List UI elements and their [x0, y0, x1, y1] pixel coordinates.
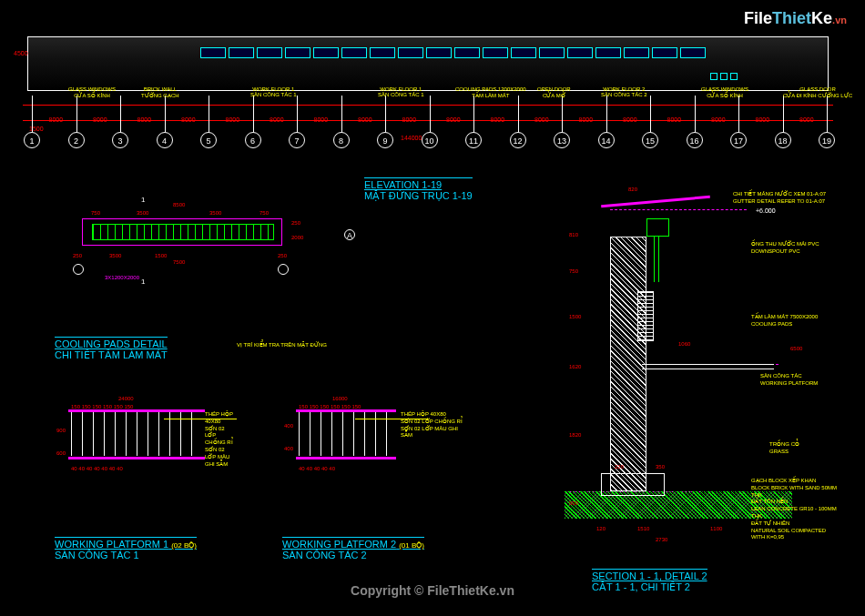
- cooling-pads-strip: [92, 224, 274, 240]
- grid-bubble-16: 16: [687, 132, 703, 148]
- sec-right-total: 6500: [790, 346, 802, 351]
- cooling-title: COOLING PADS DETAIL CHI TIẾT TẤM LÀM MÁT: [55, 337, 168, 361]
- level-top: +6.000: [756, 207, 776, 214]
- p1-note3: SƠN 02 LỚP MÀU GHI SẪM: [205, 447, 229, 467]
- section-title: SECTION 1 - 1, DETAIL 2 CẮT 1 - 1, CHI T…: [592, 569, 707, 593]
- sec-h2: 1510: [637, 526, 649, 531]
- p1-note1: THÉP HỘP 40X80: [205, 411, 233, 424]
- note-cool: TẤM LÀM MÁT 7500X2000COOLING PADS: [751, 314, 818, 328]
- grid-bubble-4: 4: [157, 132, 173, 148]
- plat2-title-en: WORKING PLATFORM 2 (01 BỘ): [282, 537, 424, 550]
- bay-dim-6: 8000: [270, 116, 284, 123]
- p1-gap: 600: [56, 450, 66, 456]
- bay-dim-14: 8000: [623, 116, 637, 123]
- p1-vmarks: 150 150 150 150 150 150: [71, 404, 133, 409]
- elev-callout-4: COOLING PADS 1200X2000TẤM LÀM MÁT: [455, 86, 526, 98]
- bay-dim-12: 8000: [534, 116, 549, 123]
- grid-tick-1: [32, 96, 33, 132]
- grid-bubble-6: 6: [245, 132, 261, 148]
- elevation-title: ELEVATION 1-19 MẶT ĐỨNG TRỤC 1-19: [364, 177, 473, 202]
- cp-size: 3X1200X2000: [105, 275, 139, 280]
- cp-d4: 750: [260, 210, 269, 216]
- footing: [601, 473, 665, 496]
- bay-dim-11: 8000: [491, 116, 505, 123]
- grid-bubble-19: 19: [819, 132, 835, 148]
- plat1-title-vn: SÀN CÔNG TÁC 1: [55, 550, 197, 560]
- sec-v4: 1620: [569, 364, 581, 369]
- plat1-note: THÉP HỘP 40X80 SƠN 02 LỚP CHỐNG RỈ SƠN 0…: [205, 411, 237, 468]
- grid-tick-7: [297, 96, 298, 132]
- section-title-vn: CẮT 1 - 1, CHI TIẾT 2: [592, 581, 707, 593]
- elevation-title-en: ELEVATION 1-19: [364, 177, 473, 190]
- grid-tick-12: [518, 96, 519, 132]
- note-brick: GẠCH BLOCK XẾP KHAN BLOCK BRICK WITH SAN…: [751, 478, 838, 541]
- clerestory-windows: [200, 47, 706, 58]
- grid-bubble-13: 13: [554, 132, 570, 148]
- section-mark-bot: 1: [141, 278, 145, 286]
- column-circle-right: [278, 264, 289, 275]
- sec-v6: 500: [569, 500, 578, 506]
- p2-vmarks: 150 150 150 150 150 150: [299, 404, 361, 409]
- bay-dim-18: 8000: [799, 116, 814, 123]
- elev-callout-7: GLASS WINDOWSCỬA SỔ KÍNH: [701, 86, 748, 98]
- grid-tick-10: [430, 96, 431, 132]
- grid-bubble-10: 10: [422, 132, 438, 148]
- p2-note3: SƠN 02 LỚP MÀU GHI SẪM: [401, 426, 458, 439]
- dim-line-grid: [23, 105, 833, 106]
- grid-tick-3: [120, 96, 121, 132]
- bay-dim-15: 8000: [667, 116, 682, 123]
- grid-tick-8: [341, 96, 342, 132]
- working-platform-1: THÉP HỘP 40X80 SƠN 02 LỚP CHỐNG RỈ SƠN 0…: [55, 391, 237, 500]
- cooling-location-note: VỊ TRÍ KIỂM TRA TRÊN MẶT ĐỨNG: [237, 341, 327, 348]
- grid-bubble-11: 11: [465, 132, 482, 148]
- sec-top-dim: 820: [628, 187, 637, 192]
- section-title-en: SECTION 1 - 1, DETAIL 2: [592, 569, 707, 581]
- grid-tick-18: [783, 96, 784, 132]
- grid-a-bubble: A: [344, 229, 355, 240]
- elev-callout-2: WORK FLOOR 1SÀN CÔNG TÁC 1: [250, 86, 297, 97]
- bay-dim-13: 8000: [579, 116, 594, 123]
- elev-height-dim: 4500: [14, 50, 28, 56]
- p1-width: 24000: [118, 396, 134, 401]
- elev-callout-0: GLASS WINDOWSCỬA SỔ KÍNH: [68, 86, 116, 98]
- elevation-title-vn: MẶT ĐỨNG TRỤC 1-19: [364, 190, 473, 202]
- working-platform-2: THÉP HỘP 40X80 SƠN 02 LỚP CHỐNG RỈ SƠN 0…: [282, 391, 464, 500]
- sec-side: 1060: [678, 341, 690, 347]
- bay-dim-5: 8000: [226, 116, 240, 123]
- p2-hmarks: 40 40 40 40 40: [299, 466, 335, 471]
- cp-h1: 250: [291, 220, 300, 226]
- p2-note2: SƠN 02 LỚP CHỐNG RỈ: [401, 419, 463, 424]
- cp-h2: 2000: [291, 235, 303, 240]
- sec-v1: 810: [569, 232, 578, 237]
- grid-bubble-8: 8: [333, 132, 350, 148]
- plat2-title-vn: SÀN CÔNG TÁC 2: [282, 550, 424, 560]
- p2-hgap: 400: [284, 446, 293, 451]
- grid-bubble-3: 3: [112, 132, 128, 148]
- column-circle-left: [73, 264, 84, 275]
- grid-bubble-1: 1: [24, 132, 40, 148]
- cp-s4: 7500: [173, 259, 185, 265]
- grid-tick-9: [385, 96, 386, 132]
- grid-tick-2: [76, 96, 77, 132]
- note-gutter: CHI TIẾT MÁNG NƯỚC XEM 01-A:07GUTTER DET…: [733, 191, 826, 206]
- roof-slope: [601, 196, 710, 207]
- p1-h: 900: [56, 428, 66, 433]
- plat2-note: THÉP HỘP 40X80 SƠN 02 LỚP CHỐNG RỈ SƠN 0…: [401, 411, 464, 439]
- sec-wallt: 220: [615, 464, 624, 470]
- grid-bubble-15: 15: [642, 132, 658, 148]
- bay-dim-8: 8000: [358, 116, 372, 123]
- note-plat: SÀN CÔNG TÁCWORKING PLATFORM: [760, 373, 818, 388]
- p1-hmarks: 40 40 40 40 40 40 40: [71, 466, 123, 471]
- bay-dim-17: 8000: [756, 116, 770, 123]
- building-outline: [27, 36, 829, 91]
- working-floor: [642, 364, 774, 369]
- downspout: [654, 237, 659, 282]
- grid-bubble-9: 9: [377, 132, 393, 148]
- section-detail: 820 +6.000 810 750 1500 1620 1820 500 65…: [519, 182, 838, 564]
- cp-d3: 3500: [209, 210, 221, 216]
- cooling-title-en: COOLING PADS DETAIL: [55, 337, 168, 349]
- elev-callout-5: OPEN DOORCỬA MỞ: [537, 86, 571, 98]
- grid-tick-11: [473, 96, 474, 132]
- p2-h: 400: [284, 423, 293, 429]
- section-mark-top: 1: [141, 196, 145, 204]
